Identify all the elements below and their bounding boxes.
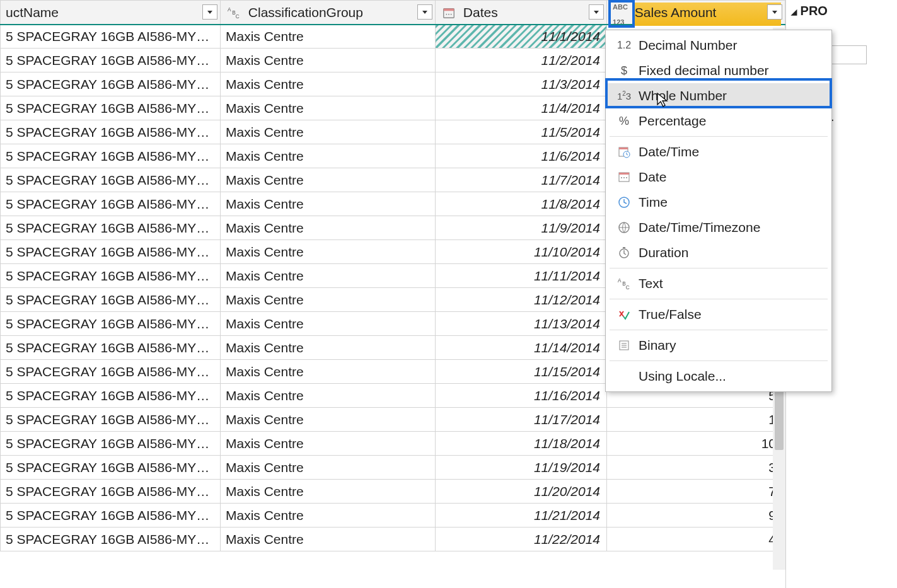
type-menu-item-binary[interactable]: Binary [606, 333, 831, 358]
table-row[interactable]: 5 SPACEGRAY 16GB AI586-MYS-MG472...Maxis… [1, 480, 785, 504]
type-menu-item-fixed-decimal-number[interactable]: $Fixed decimal number [606, 58, 831, 83]
cell-amount[interactable]: 7 [607, 480, 785, 504]
cell-group[interactable]: Maxis Centre [221, 384, 436, 408]
table-row[interactable]: 5 SPACEGRAY 16GB AI586-MYS-MG472...Maxis… [1, 504, 785, 527]
cell-product[interactable]: 5 SPACEGRAY 16GB AI586-MYS-MG472... [1, 456, 221, 480]
cell-date[interactable]: 11/17/2014 [436, 408, 607, 432]
cell-date[interactable]: 11/2/2014 [436, 49, 607, 72]
cell-date[interactable]: 11/16/2014 [436, 384, 607, 408]
cell-group[interactable]: Maxis Centre [221, 360, 436, 384]
filter-button-salesamount[interactable] [767, 4, 782, 20]
properties-section-header[interactable]: ◢ PRO [791, 0, 897, 18]
cell-product[interactable]: 5 SPACEGRAY 16GB AI586-MYS-MG472... [1, 432, 221, 456]
cell-product[interactable]: 5 SPACEGRAY 16GB AI586-MYS-MG472... [1, 408, 221, 432]
cell-group[interactable]: Maxis Centre [221, 336, 436, 360]
filter-button-classification[interactable] [417, 4, 432, 20]
cell-product[interactable]: 5 SPACEGRAY 16GB AI586-MYS-MG472... [1, 72, 221, 96]
cell-group[interactable]: Maxis Centre [221, 527, 436, 551]
cell-date[interactable]: 11/19/2014 [436, 456, 607, 480]
cell-date[interactable]: 11/3/2014 [436, 72, 607, 96]
cell-product[interactable]: 5 SPACEGRAY 16GB AI586-MYS-MG472... [1, 360, 221, 384]
cell-group[interactable]: Maxis Centre [221, 49, 436, 72]
type-menu-item-date[interactable]: Date [606, 164, 831, 190]
cell-product[interactable]: 5 SPACEGRAY 16GB AI586-MYS-MG472... [1, 264, 221, 288]
cell-date[interactable]: 11/9/2014 [436, 216, 607, 240]
cell-amount[interactable]: 4 [607, 527, 785, 551]
cell-amount[interactable]: 1 [607, 408, 785, 432]
cell-product[interactable]: 5 SPACEGRAY 16GB AI586-MYS-MG472... [1, 216, 221, 240]
cell-product[interactable]: 5 SPACEGRAY 16GB AI586-MYS-MG472... [1, 144, 221, 168]
cell-date[interactable]: 11/13/2014 [436, 312, 607, 336]
cell-date[interactable]: 11/14/2014 [436, 336, 607, 360]
cell-group[interactable]: Maxis Centre [221, 25, 436, 49]
cell-group[interactable]: Maxis Centre [221, 144, 436, 168]
cell-date[interactable]: 11/8/2014 [436, 192, 607, 216]
cell-product[interactable]: 5 SPACEGRAY 16GB AI586-MYS-MG472... [1, 25, 221, 49]
filter-button-productname[interactable] [202, 4, 217, 20]
cell-group[interactable]: Maxis Centre [221, 192, 436, 216]
cell-product[interactable]: 5 SPACEGRAY 16GB AI586-MYS-MG472... [1, 288, 221, 312]
cell-date[interactable]: 11/12/2014 [436, 288, 607, 312]
cell-date[interactable]: 11/18/2014 [436, 432, 607, 456]
cell-amount[interactable]: 9 [607, 504, 785, 527]
type-menu-item-decimal-number[interactable]: 1.2Decimal Number [606, 33, 831, 58]
cell-date[interactable]: 11/15/2014 [436, 360, 607, 384]
column-header-productname[interactable]: uctName [1, 1, 221, 25]
cell-date[interactable]: 11/7/2014 [436, 168, 607, 192]
cell-date[interactable]: 11/11/2014 [436, 264, 607, 288]
cell-product[interactable]: 5 SPACEGRAY 16GB AI586-MYS-MG472... [1, 312, 221, 336]
type-menu-item-date-time[interactable]: Date/Time [606, 139, 831, 164]
cell-group[interactable]: Maxis Centre [221, 96, 436, 120]
cell-product[interactable]: 5 SPACEGRAY 16GB AI586-MYS-MG472... [1, 336, 221, 360]
type-menu-item-percentage[interactable]: %Percentage [606, 108, 831, 134]
cell-group[interactable]: Maxis Centre [221, 480, 436, 504]
type-menu-item-whole-number[interactable]: 123Whole Number [606, 83, 831, 108]
cell-date[interactable]: 11/10/2014 [436, 240, 607, 264]
cell-product[interactable]: 5 SPACEGRAY 16GB AI586-MYS-MG472... [1, 96, 221, 120]
column-header-salesamount[interactable]: ABC123 Sales Amount [607, 1, 785, 25]
cell-date[interactable]: 11/4/2014 [436, 96, 607, 120]
cell-date[interactable]: 11/5/2014 [436, 120, 607, 144]
cell-group[interactable]: Maxis Centre [221, 264, 436, 288]
table-row[interactable]: 5 SPACEGRAY 16GB AI586-MYS-MG472...Maxis… [1, 527, 785, 551]
cell-date[interactable]: 11/1/2014 [436, 25, 607, 49]
cell-product[interactable]: 5 SPACEGRAY 16GB AI586-MYS-MG472... [1, 168, 221, 192]
cell-group[interactable]: Maxis Centre [221, 120, 436, 144]
cell-date[interactable]: 11/22/2014 [436, 527, 607, 551]
cell-product[interactable]: 5 SPACEGRAY 16GB AI586-MYS-MG472... [1, 504, 221, 527]
cell-group[interactable]: Maxis Centre [221, 408, 436, 432]
cell-product[interactable]: 5 SPACEGRAY 16GB AI586-MYS-MG472... [1, 49, 221, 72]
cell-group[interactable]: Maxis Centre [221, 456, 436, 480]
cell-group[interactable]: Maxis Centre [221, 432, 436, 456]
column-header-dates[interactable]: Dates [436, 1, 607, 25]
any-type-icon[interactable]: ABC123 [612, 5, 628, 20]
cell-amount[interactable]: 10 [607, 432, 785, 456]
cell-group[interactable]: Maxis Centre [221, 288, 436, 312]
type-menu-item-true-false[interactable]: True/False [606, 302, 831, 327]
cell-product[interactable]: 5 SPACEGRAY 16GB AI586-MYS-MG472... [1, 480, 221, 504]
type-menu-item-time[interactable]: Time [606, 190, 831, 215]
type-menu-item-using-locale[interactable]: Using Locale... [606, 364, 831, 389]
table-row[interactable]: 5 SPACEGRAY 16GB AI586-MYS-MG472...Maxis… [1, 456, 785, 480]
data-type-menu[interactable]: 1.2Decimal Number$Fixed decimal number12… [605, 30, 832, 392]
cell-group[interactable]: Maxis Centre [221, 72, 436, 96]
cell-amount[interactable]: 3 [607, 456, 785, 480]
column-header-classificationgroup[interactable]: ABC ClassificationGroup [221, 1, 436, 25]
cell-product[interactable]: 5 SPACEGRAY 16GB AI586-MYS-MG472... [1, 192, 221, 216]
cell-date[interactable]: 11/20/2014 [436, 480, 607, 504]
cell-group[interactable]: Maxis Centre [221, 168, 436, 192]
filter-button-dates[interactable] [589, 4, 604, 20]
cell-date[interactable]: 11/6/2014 [436, 144, 607, 168]
cell-product[interactable]: 5 SPACEGRAY 16GB AI586-MYS-MG472... [1, 240, 221, 264]
table-row[interactable]: 5 SPACEGRAY 16GB AI586-MYS-MG472...Maxis… [1, 432, 785, 456]
cell-product[interactable]: 5 SPACEGRAY 16GB AI586-MYS-MG472... [1, 120, 221, 144]
cell-product[interactable]: 5 SPACEGRAY 16GB AI586-MYS-MG472... [1, 527, 221, 551]
cell-group[interactable]: Maxis Centre [221, 240, 436, 264]
table-row[interactable]: 5 SPACEGRAY 16GB AI586-MYS-MG472...Maxis… [1, 408, 785, 432]
type-menu-item-text[interactable]: ABCText [606, 271, 831, 296]
cell-group[interactable]: Maxis Centre [221, 216, 436, 240]
cell-product[interactable]: 5 SPACEGRAY 16GB AI586-MYS-MG472... [1, 384, 221, 408]
cell-group[interactable]: Maxis Centre [221, 504, 436, 527]
cell-date[interactable]: 11/21/2014 [436, 504, 607, 527]
type-menu-item-duration[interactable]: Duration [606, 240, 831, 265]
